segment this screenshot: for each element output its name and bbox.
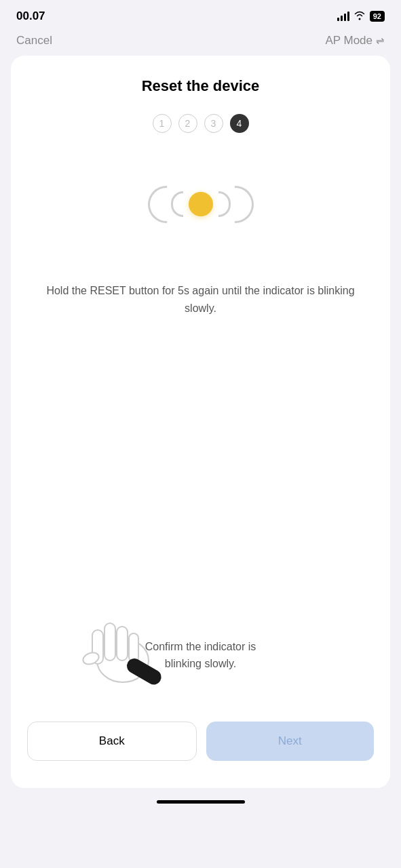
cancel-button[interactable]: Cancel xyxy=(16,34,52,47)
battery-icon: 92 xyxy=(370,11,385,22)
ap-mode-button[interactable]: AP Mode ⇌ xyxy=(325,34,385,47)
svg-rect-3 xyxy=(117,627,128,660)
step-3: 3 xyxy=(204,114,223,133)
main-card: Reset the device 1 2 3 4 Hold xyxy=(11,56,390,788)
ap-mode-label: AP Mode xyxy=(325,34,373,47)
svg-rect-2 xyxy=(104,623,115,660)
wifi-waves xyxy=(148,186,254,223)
svg-rect-4 xyxy=(129,633,138,662)
wave-left xyxy=(148,186,183,223)
arc-right-outer xyxy=(235,186,254,223)
next-button[interactable]: Next xyxy=(206,722,375,761)
wifi-illustration xyxy=(27,167,374,241)
arc-left-inner xyxy=(171,191,183,217)
home-indicator xyxy=(157,800,245,804)
wave-right xyxy=(218,186,254,223)
nav-bar: Cancel AP Mode ⇌ xyxy=(0,28,401,56)
description-text: Hold the RESET button for 5s again until… xyxy=(27,282,374,317)
step-indicators: 1 2 3 4 xyxy=(27,114,374,133)
page-title: Reset the device xyxy=(27,77,374,95)
status-time: 00.07 xyxy=(16,9,45,23)
back-button[interactable]: Back xyxy=(27,722,197,761)
arc-left-outer xyxy=(148,186,167,223)
signal-icon xyxy=(337,12,349,21)
center-dot xyxy=(189,192,213,216)
step-1: 1 xyxy=(153,114,172,133)
buttons-row: Back Next xyxy=(27,722,374,761)
arc-right-inner xyxy=(218,191,231,217)
wifi-status-icon xyxy=(354,11,366,22)
status-bar: 00.07 92 xyxy=(0,0,401,28)
step-4: 4 xyxy=(230,114,249,133)
hand-cursor-icon xyxy=(72,606,180,688)
step-2: 2 xyxy=(178,114,197,133)
ap-mode-icon: ⇌ xyxy=(376,35,385,47)
status-icons: 92 xyxy=(337,11,385,22)
